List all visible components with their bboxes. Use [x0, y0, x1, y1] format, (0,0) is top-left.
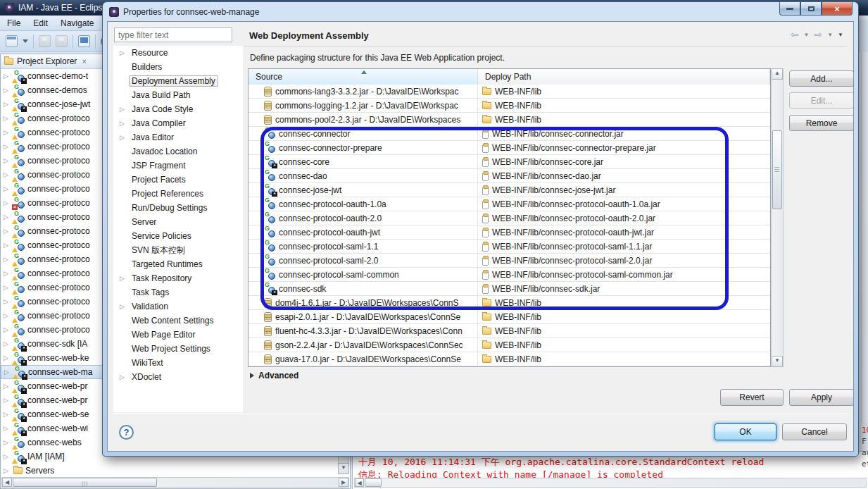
table-vscrollbar[interactable]: ▲ ||| ▼ [772, 68, 784, 367]
table-scroll-down-icon[interactable]: ▼ [772, 356, 783, 367]
column-header-deploy-path[interactable]: Deploy Path [478, 69, 770, 85]
table-row[interactable]: dom4j-1.6.1.jar - D:\JavaIDE\Workspaces\… [249, 296, 770, 310]
console-hscroll-thumb[interactable] [365, 478, 382, 487]
table-row[interactable]: G*connsec-jose-jwtWEB-INF/lib/connsec-jo… [249, 183, 770, 197]
tab-close-icon[interactable]: × [82, 57, 86, 66]
forward-arrow-icon[interactable]: ⇨ [814, 29, 822, 40]
minimize-button[interactable] [779, 2, 800, 16]
expand-arrow-icon[interactable]: ▷ [4, 129, 11, 136]
expand-arrow-icon[interactable]: ▷ [4, 467, 11, 474]
cancel-button[interactable]: Cancel [782, 423, 847, 440]
expand-arrow-icon[interactable]: ▷ [4, 411, 11, 418]
table-row[interactable]: commons-logging-1.2.jar - D:\JavaIDE\Wor… [249, 99, 770, 113]
apply-button[interactable]: Apply [789, 389, 854, 406]
sidebar-item-task-tags[interactable]: Task Tags [113, 285, 243, 299]
sidebar-item-java-code-style[interactable]: ▷Java Code Style [113, 102, 243, 116]
table-row[interactable]: G*connsec-sdkWEB-INF/lib/connsec-sdk.jar [249, 282, 770, 296]
sidebar-item-svn[interactable]: SVN 版本控制 [113, 243, 243, 257]
sidebar-item-wikitext[interactable]: WikiText [113, 356, 243, 370]
expand-arrow-icon[interactable]: ▷ [120, 106, 127, 113]
table-row[interactable]: Gconnsec-daoWEB-INF/lib/connsec-dao.jar [249, 169, 770, 183]
table-row[interactable]: Gconnsec-connector-prepareWEB-INF/lib/co… [249, 141, 770, 155]
edit-button[interactable]: Edit... [789, 92, 854, 109]
sidebar-item-web-page-editor[interactable]: Web Page Editor [113, 328, 243, 342]
sidebar-item-project-references[interactable]: Project References [113, 187, 243, 201]
menu-navigate[interactable]: Navigate [61, 18, 94, 28]
expand-arrow-icon[interactable]: ▷ [4, 383, 11, 390]
column-header-source[interactable]: Source [249, 69, 478, 85]
table-row[interactable]: Gconnsec-protocol-oauth-2.0WEB-INF/lib/c… [249, 211, 770, 225]
revert-button[interactable]: Revert [720, 389, 784, 406]
sidebar-item-builders[interactable]: Builders [113, 60, 243, 74]
sidebar-item-xdoclet[interactable]: ▷XDoclet [113, 370, 243, 384]
table-row[interactable]: Gconnsec-protocol-saml-1.1WEB-INF/lib/co… [249, 240, 770, 254]
dialog-titlebar[interactable]: Properties for connsec-web-manage [103, 2, 858, 21]
expand-arrow-icon[interactable]: ▷ [120, 134, 127, 141]
sidebar-item-web-content-settings[interactable]: Web Content Settings [113, 314, 243, 328]
expand-arrow-icon[interactable]: ▷ [4, 228, 11, 235]
expand-arrow-icon[interactable]: ▷ [4, 242, 11, 249]
view-menu-icon[interactable]: ▼ [838, 32, 843, 38]
console-view-icon[interactable] [78, 35, 90, 47]
save-all-icon[interactable] [56, 35, 68, 47]
sidebar-item-task-repository[interactable]: ▷Task Repository [113, 271, 243, 285]
expand-arrow-icon[interactable]: ▷ [4, 298, 11, 305]
tree-item-servers[interactable]: ▷Servers [1, 464, 350, 474]
expand-arrow-icon[interactable]: ▷ [4, 157, 11, 164]
explorer-hscrollbar[interactable]: ◀ ||| ▶ [1, 477, 349, 488]
explorer-scroll-right-icon[interactable]: ▶ [339, 478, 348, 487]
table-row[interactable]: Gconnsec-protocol-saml-commonWEB-INF/lib… [249, 268, 770, 282]
expand-arrow-icon[interactable]: ▷ [4, 397, 11, 404]
table-row[interactable]: guava-17.0.jar - D:\JavaIDE\Workspaces\C… [249, 352, 770, 366]
expand-arrow-icon[interactable]: ▷ [4, 171, 11, 178]
expand-arrow-icon[interactable]: ▷ [4, 326, 11, 333]
explorer-hscroll-thumb[interactable]: ||| [13, 478, 157, 487]
expand-arrow-icon[interactable]: ▷ [4, 369, 11, 376]
expand-arrow-icon[interactable]: ▷ [4, 425, 11, 432]
table-row[interactable]: commons-lang3-3.3.2.jar - D:\JavaIDE\Wor… [249, 85, 770, 99]
filter-input[interactable] [114, 27, 232, 42]
expand-arrow-icon[interactable]: ▷ [4, 101, 11, 108]
sidebar-item-jsp-fragment[interactable]: JSP Fragment [113, 159, 243, 173]
menu-edit[interactable]: Edit [33, 18, 48, 28]
expand-arrow-icon[interactable]: ▷ [4, 340, 11, 347]
sidebar-item-java-compiler[interactable]: ▷Java Compiler [113, 116, 243, 130]
new-wizard-icon[interactable] [6, 35, 18, 47]
expand-arrow-icon[interactable]: ▷ [4, 185, 11, 192]
sidebar-item-server[interactable]: Server [113, 215, 243, 229]
table-scroll-up-icon[interactable]: ▲ [772, 68, 783, 80]
maximize-button[interactable] [800, 2, 822, 16]
sidebar-item-deployment-assembly[interactable]: Deployment Assembly [113, 74, 243, 88]
sidebar-item-validation[interactable]: ▷Validation [113, 299, 243, 314]
expand-arrow-icon[interactable]: ▷ [4, 453, 11, 460]
table-row[interactable]: Gconnsec-connectorWEB-INF/lib/connsec-co… [249, 127, 770, 141]
sidebar-item-javadoc-location[interactable]: Javadoc Location [113, 144, 243, 159]
close-button[interactable]: × [822, 2, 853, 16]
expand-arrow-icon[interactable]: ▷ [4, 312, 11, 319]
sidebar-item-java-build-path[interactable]: Java Build Path [113, 88, 243, 102]
expand-arrow-icon[interactable]: ▷ [4, 143, 11, 150]
expand-arrow-icon[interactable]: ▷ [4, 73, 11, 80]
expand-arrow-icon[interactable]: ▷ [4, 199, 11, 206]
expand-arrow-icon[interactable]: ▷ [4, 256, 11, 263]
table-row[interactable]: Gconnsec-protocol-saml-2.0WEB-INF/lib/co… [249, 254, 770, 268]
expand-arrow-icon[interactable]: ▷ [4, 270, 11, 277]
sidebar-item-java-editor[interactable]: ▷Java Editor [113, 130, 243, 144]
table-row[interactable]: fluent-hc-4.3.3.jar - D:\JavaIDE\Workspa… [249, 324, 770, 338]
console-hscrollbar[interactable]: ◀ [354, 478, 867, 488]
explorer-scroll-left-icon[interactable]: ◀ [2, 478, 12, 487]
table-row[interactable]: Gconnsec-protocol-oauth-1.0aWEB-INF/lib/… [249, 197, 770, 211]
expand-arrow-icon[interactable]: ▷ [4, 213, 11, 221]
sidebar-item-run-debug-settings[interactable]: Run/Debug Settings [113, 201, 243, 215]
expand-arrow-icon[interactable]: ▷ [4, 439, 11, 446]
remove-button[interactable]: Remove [789, 115, 854, 131]
expand-arrow-icon[interactable]: ▷ [120, 303, 127, 310]
table-vscroll-thumb[interactable]: ||| [772, 130, 782, 209]
expand-arrow-icon[interactable]: ▷ [120, 373, 127, 380]
back-arrow-icon[interactable]: ⇦ [791, 29, 799, 40]
table-row[interactable]: gson-2.2.4.jar - D:\JavaIDE\Workspaces\C… [249, 338, 770, 352]
ok-button[interactable]: OK [715, 423, 776, 440]
menu-file[interactable]: File [7, 18, 20, 28]
expand-arrow-icon[interactable]: ▷ [4, 354, 11, 361]
table-row[interactable]: commons-pool2-2.3.jar - D:\JavaIDE\Works… [249, 113, 770, 127]
